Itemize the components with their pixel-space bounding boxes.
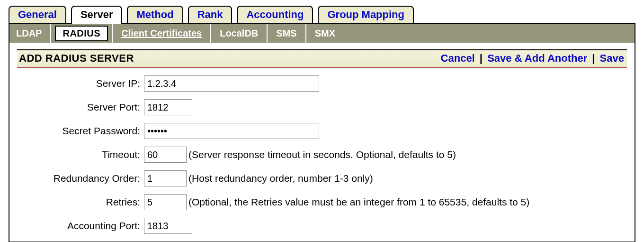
subtab-sms-label: SMS [276,28,296,39]
subtab-ldap[interactable]: LDAP [9,24,51,43]
input-accounting-port[interactable] [144,218,192,234]
subtab-radius-label: RADIUS [63,28,100,38]
tab-accounting[interactable]: Accounting [237,6,313,23]
row-server-ip: Server IP: [17,75,627,92]
subtab-sms[interactable]: SMS [268,24,306,43]
subtab-client-certificates-label: Client Certificates [121,28,202,39]
input-secret-password[interactable] [144,123,319,139]
subtab-ldap-label: LDAP [16,28,42,39]
subtab-radius-chip: RADIUS [55,26,108,41]
row-secret-password: Secret Password: [17,123,627,139]
main-tab-row: General Server Method Rank Accounting Gr… [9,2,635,23]
header-actions: Cancel | Save & Add Another | Save [441,52,624,65]
row-accounting-port: Accounting Port: [17,218,627,234]
server-subtab-bar: LDAP RADIUS Client Certificates LocalDB … [9,24,635,43]
radius-server-form: Server IP: Server Port: Secret Password:… [17,75,627,234]
input-server-port[interactable] [144,99,192,115]
save-add-another-link[interactable]: Save & Add Another [487,52,587,64]
subtab-client-certificates[interactable]: Client Certificates [113,24,211,43]
hint-retries: (Optional, the Retries value must be an … [188,196,529,208]
label-server-port: Server Port: [17,102,144,113]
label-timeout: Timeout: [17,149,144,160]
subtab-radius[interactable]: RADIUS [51,24,113,43]
label-accounting-port: Accounting Port: [17,220,144,232]
label-redundancy-order: Redundancy Order: [17,173,144,184]
input-timeout[interactable] [144,147,187,163]
subtab-smx[interactable]: SMX [306,24,344,43]
input-retries[interactable] [144,194,187,210]
input-redundancy-order[interactable] [144,170,187,186]
tab-rank[interactable]: Rank [188,6,233,23]
label-retries: Retries: [17,196,144,208]
page-title: ADD RADIUS SERVER [19,52,134,65]
input-server-ip[interactable] [144,75,319,92]
row-server-port: Server Port: [17,99,627,115]
cancel-link[interactable]: Cancel [441,52,475,64]
tab-server[interactable]: Server [71,6,123,24]
action-separator: | [590,52,597,64]
row-retries: Retries: (Optional, the Retries value mu… [17,194,627,210]
tab-general[interactable]: General [9,6,66,23]
row-redundancy-order: Redundancy Order: (Host redundancy order… [17,170,627,186]
action-separator: | [478,52,484,64]
subtab-localdb[interactable]: LocalDB [211,24,268,43]
tab-group-mapping[interactable]: Group Mapping [318,6,414,23]
row-timeout: Timeout: (Server response timeout in sec… [17,147,627,163]
label-secret-password: Secret Password: [17,125,144,137]
save-link[interactable]: Save [600,52,624,64]
tab-method[interactable]: Method [127,6,183,23]
subtab-localdb-label: LocalDB [220,28,258,39]
subtab-smx-label: SMX [315,28,335,39]
hint-timeout: (Server response timeout in seconds. Opt… [188,149,456,160]
hint-redundancy-order: (Host redundancy order, number 1-3 only) [188,173,373,184]
label-server-ip: Server IP: [17,78,144,89]
section-header: ADD RADIUS SERVER Cancel | Save & Add An… [17,49,627,68]
server-panel: LDAP RADIUS Client Certificates LocalDB … [9,23,635,242]
